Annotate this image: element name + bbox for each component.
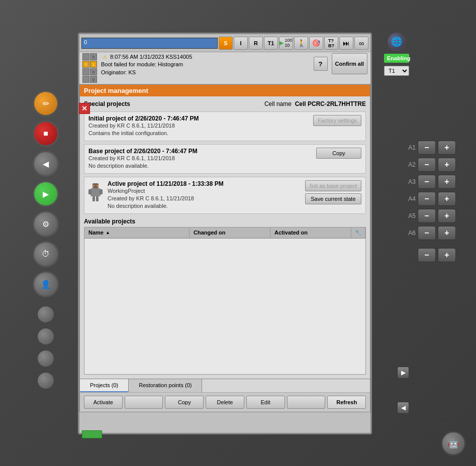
right-status-panel: 🌐 Enabling T1 — [384, 33, 409, 76]
pencil-icon: ✏ — [43, 99, 49, 108]
base-project-actions: Copy — [316, 148, 361, 170]
factory-settings-button[interactable]: Factory settings — [313, 115, 361, 126]
back-icon: ◀ — [43, 159, 49, 169]
time-icon: ⏱ — [42, 250, 50, 259]
play-right-button[interactable]: ▶ — [397, 367, 409, 379]
pencil-button[interactable]: ✏ — [33, 90, 59, 117]
a1-plus-button[interactable]: + — [438, 141, 456, 155]
a4-plus-button[interactable]: + — [438, 192, 456, 206]
small-btn-2[interactable] — [37, 327, 55, 345]
tab-restoration[interactable]: Restoration points (0) — [129, 379, 202, 392]
a3-minus-button[interactable]: − — [418, 175, 436, 189]
axis-a5-row: A5 − + — [406, 209, 466, 223]
btn-i[interactable]: I — [234, 37, 248, 50]
small-btn-3[interactable] — [37, 350, 55, 368]
a5-plus-button[interactable]: + — [438, 209, 456, 223]
active-project-card: Active project of 11/21/2018 - 1:33:38 P… — [84, 177, 366, 214]
status-message: Boot failed for module: Histogram — [101, 61, 183, 68]
extra-minus-button[interactable]: − — [418, 248, 436, 262]
axis-panel: A1 − + A2 − + A3 − + A4 − + A5 − + A6 − … — [406, 141, 466, 262]
btn-s[interactable]: S — [219, 37, 233, 50]
kuka-logo-icon: 🤖 — [448, 438, 459, 449]
dialog-title: Project management — [80, 85, 370, 96]
table-header: Name ▲ Changed on Activated on 🔧 — [84, 227, 365, 239]
status-rows: ⚠ 8:07:56 AM 1/31/2023 KSS14005 Boot fai… — [101, 53, 312, 76]
kuka-logo-button[interactable]: 🤖 — [441, 431, 466, 456]
stop-button[interactable]: ■ — [33, 121, 59, 147]
main-screen: 0 S I R T1 ▶ 10010 🚶 🎯 T?B? ⏭ ∞ — [78, 33, 372, 434]
tab-projects[interactable]: Projects (0) — [80, 379, 129, 392]
ind-01: 0 — [90, 53, 97, 60]
edit-button[interactable]: Edit — [246, 396, 285, 409]
th-icon: 🔧 — [351, 227, 365, 238]
ind-30 — [82, 76, 89, 83]
a5-minus-button[interactable]: − — [418, 209, 436, 223]
stop-icon: ■ — [43, 129, 48, 138]
users-button[interactable]: 👤 — [33, 271, 59, 297]
btn-t1[interactable]: T1 — [264, 37, 278, 50]
copy-bottom-button[interactable]: Copy — [165, 396, 204, 409]
save-current-button[interactable]: Save current state — [305, 193, 361, 204]
base-project-date: of 2/26/2020 - 7:46:47 PM — [126, 148, 197, 155]
globe-button[interactable]: 🌐 — [388, 33, 406, 51]
delete-button[interactable]: Delete — [206, 396, 244, 409]
controller-body: ✏ ■ ◀ ▶ ⚙ ⏱ 👤 0 S — [0, 0, 476, 466]
arrow-left-button[interactable]: ◀ — [397, 402, 409, 414]
btn-coord[interactable]: 🎯 — [309, 37, 323, 50]
a4-minus-button[interactable]: − — [418, 192, 436, 206]
toolbar: 0 S I R T1 ▶ 10010 🚶 🎯 T?B? ⏭ ∞ — [79, 34, 370, 52]
settings-button[interactable]: ⚙ — [33, 211, 59, 237]
btn-man[interactable]: 🚶 — [294, 37, 308, 50]
robot-icon — [88, 180, 104, 210]
a6-plus-button[interactable]: + — [438, 226, 456, 240]
confirm-all-button[interactable]: Confirm all — [332, 53, 367, 74]
btn-tb[interactable]: T?B? — [324, 37, 338, 50]
filter-icon: 🔧 — [355, 229, 362, 236]
a6-minus-button[interactable]: − — [418, 226, 436, 240]
help-button[interactable]: ? — [314, 57, 328, 71]
dialog-content: Special projects Cell name Cell PCRC-2RL… — [80, 96, 370, 379]
sidebar-icons: ✕ — [79, 103, 89, 114]
play-button[interactable]: ▶ — [33, 181, 59, 207]
small-btn-4[interactable] — [37, 372, 55, 390]
refresh-button[interactable]: Refresh — [327, 396, 366, 409]
settings-icon: ⚙ — [42, 219, 49, 229]
blank-button-2[interactable] — [287, 396, 326, 409]
table-body — [84, 239, 365, 374]
t1-select[interactable]: T1 — [384, 66, 409, 76]
blank-button-1[interactable] — [125, 396, 163, 409]
a2-plus-button[interactable]: + — [438, 158, 456, 172]
bottom-indicator — [82, 430, 102, 438]
active-project-date: of 11/21/2018 - 1:33:38 PM — [149, 180, 224, 187]
copy-button[interactable]: Copy — [316, 148, 361, 159]
a2-minus-button[interactable]: − — [418, 158, 436, 172]
status-row-2: Boot failed for module: Histogram — [101, 61, 312, 68]
back-button[interactable]: ◀ — [33, 151, 59, 177]
small-btn-1[interactable] — [37, 305, 55, 323]
base-project-created: Created by KR C 8.6.1, 11/21/2018 — [88, 155, 312, 162]
a3-plus-button[interactable]: + — [438, 175, 456, 189]
btn-inf[interactable]: ∞ — [354, 37, 368, 50]
a1-minus-button[interactable]: − — [418, 141, 436, 155]
close-button[interactable]: ✕ — [79, 103, 90, 114]
activate-button[interactable]: Activate — [84, 396, 123, 409]
time-button[interactable]: ⏱ — [33, 241, 59, 267]
base-project-info: Base project of 2/26/2020 - 7:46:47 PM C… — [88, 148, 312, 170]
status-row-1: ⚠ 8:07:56 AM 1/31/2023 KSS14005 — [101, 53, 312, 61]
extra-plus-button[interactable]: + — [438, 248, 456, 262]
special-projects-label: Special projects — [84, 100, 130, 107]
btn-skip[interactable]: ⏭ — [339, 37, 353, 50]
th-name: Name ▲ — [84, 227, 189, 238]
btn-play[interactable]: ▶ 10010 — [279, 37, 293, 50]
axis-a3-row: A3 − + — [406, 175, 466, 189]
set-as-base-button[interactable]: Set as base project — [305, 180, 361, 191]
initial-project-created: Created by KR C 8.6.1, 11/21/2018 — [88, 122, 309, 130]
available-title: Available projects — [84, 218, 366, 225]
status-row-3: Originator: KS — [101, 69, 312, 76]
svg-rect-1 — [90, 188, 101, 196]
status-actions: ? Confirm all — [314, 53, 367, 74]
ind-11: 1 — [90, 61, 97, 68]
th-activated: Activated on — [270, 227, 351, 238]
cell-name-value: Cell PCRC-2RL7HHTTRE — [295, 100, 366, 107]
btn-r[interactable]: R — [249, 37, 263, 50]
